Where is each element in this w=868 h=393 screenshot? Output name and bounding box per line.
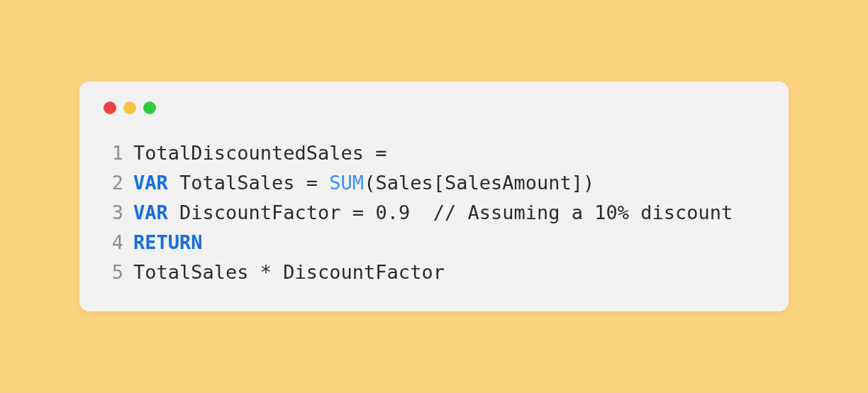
minimize-icon[interactable] [123,101,136,114]
line-content: RETURN [133,228,764,258]
text-token: (Sales[SalesAmount]) [364,172,594,194]
close-icon[interactable] [104,101,116,114]
code-block: 1TotalDiscountedSales = 2VAR TotalSales … [104,138,764,287]
code-line: 5TotalSales * DiscountFactor [104,258,764,287]
keyword-token: VAR [133,201,168,223]
line-number: 1 [104,138,133,168]
code-line: 2VAR TotalSales = SUM(Sales[SalesAmount]… [104,168,764,198]
line-number: 5 [104,258,133,287]
function-token: SUM [329,172,364,194]
line-number: 2 [104,168,133,198]
line-content: TotalSales * DiscountFactor [133,258,764,287]
zoom-icon[interactable] [143,101,156,114]
line-content: VAR TotalSales = SUM(Sales[SalesAmount]) [133,168,764,198]
line-content: VAR DiscountFactor = 0.9 // Assuming a 1… [133,198,764,228]
text-token: DiscountFactor = 0.9 // Assuming a 10% d… [168,201,733,223]
window-titlebar [104,101,764,114]
code-window: 1TotalDiscountedSales = 2VAR TotalSales … [79,82,789,311]
code-line: 3VAR DiscountFactor = 0.9 // Assuming a … [104,198,764,228]
keyword-token: VAR [133,172,168,194]
text-token: TotalSales = [168,172,330,194]
text-token: TotalDiscountedSales = [133,142,399,164]
code-line: 4RETURN [104,228,764,258]
line-number: 4 [104,228,133,258]
line-content: TotalDiscountedSales = [133,138,764,168]
keyword-token: RETURN [133,231,203,253]
code-line: 1TotalDiscountedSales = [104,138,764,168]
line-number: 3 [104,198,133,228]
text-token: TotalSales * DiscountFactor [133,261,445,283]
